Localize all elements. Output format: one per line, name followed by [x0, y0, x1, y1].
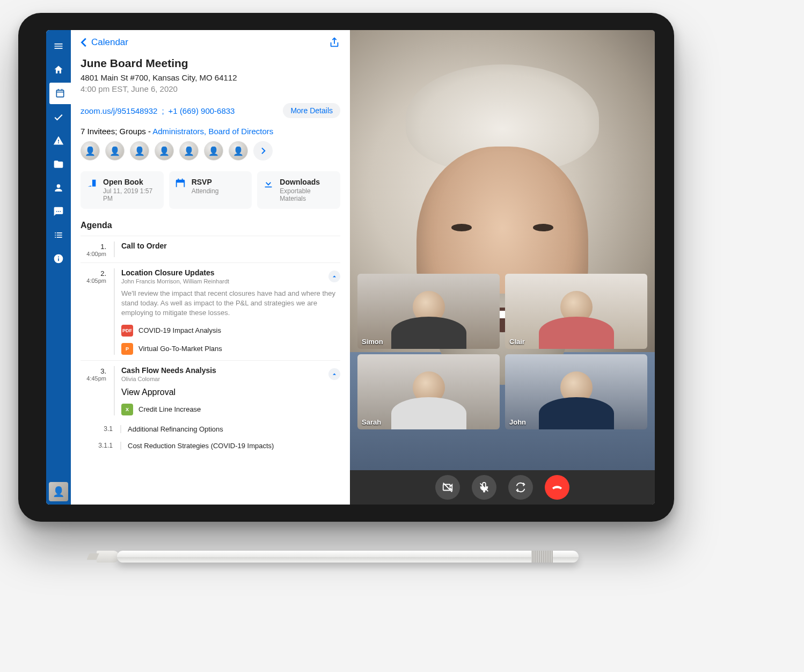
calendar-icon[interactable] [49, 83, 71, 104]
spreadsheet-file-icon: X [121, 404, 133, 415]
invitee-groups-link[interactable]: Administrators, Board of Directors [152, 127, 273, 136]
card-title: Downloads [280, 178, 335, 186]
participant-name: Sarah [362, 418, 381, 426]
attachment-name: Virtual Go-To-Market Plans [138, 345, 222, 353]
link-sep: ; [162, 106, 164, 115]
collapse-icon[interactable] [328, 368, 340, 380]
folder-icon[interactable] [46, 154, 71, 175]
zoom-link[interactable]: zoom.us/j/951548932 [81, 106, 157, 115]
download-icon [262, 178, 274, 189]
participant-name: Simon [362, 338, 383, 346]
video-call-pane: Simon Clair Sarah John [350, 30, 655, 505]
card-title: Open Book [103, 178, 158, 186]
menu-icon[interactable] [46, 35, 71, 57]
meeting-address: 4801 Main St #700, Kansas City, MO 64112 [81, 73, 340, 82]
agenda-item[interactable]: 2. 4:05pm Location Closure Updates John … [81, 262, 340, 360]
participant-tile[interactable]: Clair [505, 274, 647, 349]
more-invitees-button[interactable] [253, 141, 273, 160]
agenda-time: 4:00pm [81, 251, 106, 257]
invitee-avatar[interactable]: 👤 [204, 141, 223, 160]
participant-tile[interactable]: John [505, 354, 647, 429]
invitees-count: 7 Invitees; Groups - [81, 127, 152, 136]
attachment[interactable]: P Virtual Go-To-Market Plans [121, 343, 340, 355]
invitee-avatar[interactable]: 👤 [229, 141, 248, 160]
agenda-item[interactable]: 3. 4:45pm Cash Flow Needs Analysis Olivi… [81, 360, 340, 421]
calendar-small-icon [174, 178, 186, 189]
chat-icon[interactable] [46, 201, 71, 222]
participant-tile[interactable]: Sarah [357, 354, 500, 429]
alert-icon[interactable] [46, 130, 71, 151]
participant-name: John [509, 418, 526, 426]
mute-button[interactable] [472, 475, 496, 500]
stylus [97, 546, 596, 567]
camera-off-button[interactable] [435, 475, 460, 500]
home-icon[interactable] [46, 59, 71, 81]
invitee-avatar[interactable]: 👤 [81, 141, 100, 160]
slides-file-icon: P [121, 343, 133, 355]
meeting-title: June Board Meeting [81, 57, 340, 70]
tasks-icon[interactable] [46, 106, 71, 128]
agenda-time: 4:45pm [81, 375, 106, 382]
more-details-button[interactable]: More Details [283, 103, 340, 118]
person-icon[interactable] [46, 177, 71, 199]
meeting-content: June Board Meeting 4801 Main St #700, Ka… [71, 55, 350, 454]
agenda-time: 4:05pm [81, 277, 106, 284]
attachment-name: COVID-19 Impact Analysis [138, 326, 221, 334]
main-video[interactable]: Simon Clair Sarah John [350, 30, 655, 470]
agenda-title: Location Closure Updates [121, 268, 340, 277]
subitem-num: 3.1.1 [92, 442, 113, 450]
invitee-avatar[interactable]: 👤 [130, 141, 149, 160]
list-icon[interactable] [46, 224, 71, 246]
sidebar: 👤 [46, 30, 71, 505]
back-label: Calendar [91, 37, 128, 48]
participant-name: Clair [509, 338, 525, 346]
meeting-details-panel: Calendar June Board Meeting 4801 Main St… [71, 30, 350, 505]
book-icon [86, 178, 98, 189]
top-bar: Calendar [71, 30, 350, 55]
screen: 👤 Calendar June Board Meeting 4801 Main … [46, 30, 655, 505]
agenda-description: We'll review the impact that recent clos… [121, 289, 340, 318]
view-approval-link[interactable]: View Approval [121, 388, 340, 397]
agenda-subitem[interactable]: 3.1.1 Cost Reduction Strategies (COVID-1… [81, 437, 340, 454]
card-sub: Jul 11, 2019 1:57 PM [103, 187, 158, 202]
dial-in-link[interactable]: +1 (669) 900-6833 [169, 106, 235, 115]
switch-camera-button[interactable] [508, 475, 533, 500]
attachment[interactable]: PDF COVID-19 Impact Analysis [121, 325, 340, 337]
end-call-button[interactable] [545, 475, 569, 500]
invitee-avatar[interactable]: 👤 [105, 141, 125, 160]
info-icon[interactable] [46, 248, 71, 269]
agenda-item-meta: 1. 4:00pm [81, 242, 106, 257]
participant-tile[interactable]: Simon [357, 274, 500, 349]
open-book-card[interactable]: Open Book Jul 11, 2019 1:57 PM [81, 171, 164, 209]
agenda-item[interactable]: 1. 4:00pm Call to Order [81, 236, 340, 262]
agenda-subitem[interactable]: 3.1 Additional Refinancing Options [81, 421, 340, 437]
collapse-icon[interactable] [328, 271, 340, 282]
invitees-row: 7 Invitees; Groups - Administrators, Boa… [81, 127, 340, 136]
back-button[interactable]: Calendar [78, 36, 128, 48]
meeting-datetime: 4:00 pm EST, June 6, 2020 [81, 84, 340, 93]
card-sub: Attending [192, 187, 247, 195]
invitee-avatar[interactable]: 👤 [155, 141, 174, 160]
subitem-title: Cost Reduction Strategies (COVID-19 Impa… [120, 442, 340, 450]
agenda-title: Cash Flow Needs Analysis [121, 366, 340, 375]
meeting-links-row: zoom.us/j/951548932; +1 (669) 900-6833 M… [81, 103, 340, 118]
agenda-list: 1. 4:00pm Call to Order 2. 4:05pm Locati… [81, 236, 340, 454]
participant-tiles: Simon Clair Sarah John [357, 274, 647, 429]
current-user-avatar[interactable]: 👤 [49, 482, 68, 501]
subitem-num: 3.1 [92, 425, 113, 433]
subitem-title: Additional Refinancing Options [120, 425, 340, 433]
agenda-title: Call to Order [121, 242, 340, 250]
pdf-file-icon: PDF [121, 325, 133, 337]
agenda-presenters: Olivia Colomar [121, 376, 340, 382]
tablet-frame: 👤 Calendar June Board Meeting 4801 Main … [18, 13, 674, 522]
share-icon[interactable] [326, 34, 342, 50]
invitee-avatars: 👤 👤 👤 👤 👤 👤 👤 [81, 141, 340, 160]
card-sub: Exportable Materials [280, 187, 335, 202]
downloads-card[interactable]: Downloads Exportable Materials [257, 171, 340, 209]
attachment[interactable]: X Credit Line Increase [121, 404, 340, 415]
invitee-avatar[interactable]: 👤 [179, 141, 199, 160]
attachment-name: Credit Line Increase [138, 405, 201, 413]
video-controls [350, 470, 655, 505]
rsvp-card[interactable]: RSVP Attending [169, 171, 252, 209]
agenda-num: 1. [81, 243, 106, 251]
